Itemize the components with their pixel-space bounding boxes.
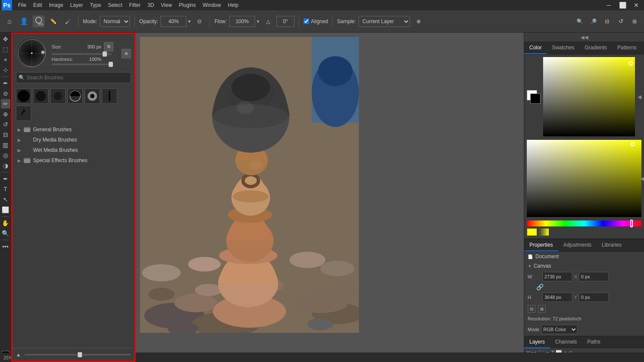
footer-triangle-up[interactable]: ▲ [16,352,21,358]
menu-3d[interactable]: 3D [144,1,157,9]
height-input[interactable] [542,293,572,302]
category-general[interactable]: ▶ General Brushes [16,124,131,135]
link-icon[interactable]: 🔗 [536,284,544,290]
right-expand-icon[interactable]: ◀ [640,175,644,182]
aligned-checkbox[interactable] [304,18,309,24]
libraries-tab[interactable]: Libraries [597,239,627,251]
alpha-bar[interactable] [539,228,549,236]
crop-tool[interactable]: ⊹ [1,65,10,75]
window-close[interactable]: ✕ [630,0,642,11]
opacity-input[interactable] [161,16,186,27]
menu-window[interactable]: Window [199,1,225,9]
layers-tab[interactable]: Layers [524,336,550,348]
home-button[interactable]: ⌂ [3,15,15,27]
color-gradient-picker[interactable]: ◀ [527,140,641,217]
menu-view[interactable]: View [158,1,176,9]
canvas-area[interactable] [136,33,524,362]
footer-slider[interactable] [24,354,131,356]
brush-preset-2[interactable] [33,88,49,104]
pressure-opacity-button[interactable]: ⊙ [193,15,205,27]
category-dry[interactable]: ▶ Dry Media Brushes [16,135,131,145]
brush-preset-3[interactable] [50,88,66,104]
gradients-tab[interactable]: Gradients [580,42,612,54]
pen-tool[interactable]: ✒ [1,174,10,184]
menu-layer[interactable]: Layer [67,1,86,9]
menu-help[interactable]: Help [225,1,242,9]
arrange-button[interactable]: ⊟ [601,15,613,27]
canvas-title-row[interactable]: ▼ Canvas [524,261,644,271]
shape-tool[interactable]: ⬜ [1,205,10,214]
width-input[interactable] [542,272,572,281]
brush-options-button[interactable]: 🖌️ [62,15,74,27]
hand-tool[interactable]: ✋ [1,218,10,228]
lasso-tool[interactable]: ⌖ [1,55,10,64]
window-maximize[interactable]: ⬜ [617,0,629,11]
hue-bar[interactable] [527,220,641,226]
account-button[interactable]: 👤 [18,15,30,27]
window-minimize[interactable]: ─ [603,0,615,11]
flow-arrow-icon[interactable]: ▾ [257,18,259,24]
menu-edit[interactable]: Edit [30,1,46,9]
menu-file[interactable]: File [15,1,30,9]
channels-tab[interactable]: Channels [550,336,582,348]
blur-tool[interactable]: ◎ [1,151,10,160]
brush-preset-6[interactable] [102,88,117,104]
zoom-button[interactable]: 🔎 [587,15,599,27]
dodge-tool[interactable]: ◑ [1,161,10,170]
eraser-tool[interactable]: ⊟ [1,130,10,139]
spot-heal-tool[interactable]: ⊘ [1,89,10,98]
mode-prop-select[interactable]: RGB Color CMYK Color Grayscale [541,325,577,334]
canvas-btn-2[interactable]: ⊞ [538,305,546,313]
menu-type[interactable]: Type [86,1,104,9]
history-brush-tool[interactable]: ↺ [1,120,10,129]
opacity-arrow-icon[interactable]: ▾ [188,18,191,24]
panel-collapse-btn[interactable]: ◀◀ [524,33,644,42]
brush-tool[interactable]: ✏ [1,99,10,109]
x-input[interactable] [579,272,609,281]
sample-select[interactable]: Current Layer All Layers Current & Below [358,16,410,27]
color-expand-icon[interactable]: ◀ [638,94,641,100]
heal-brush-button[interactable]: 300 [33,15,45,27]
move-tool[interactable]: ✥ [1,34,10,44]
background-swatch[interactable] [530,94,541,104]
brush-preset-4[interactable] [67,88,83,104]
zoom-tool[interactable]: 🔍 [1,229,10,238]
menu-select[interactable]: Select [104,1,125,9]
brush-tool-button[interactable]: ✏️ [47,15,59,27]
y-input[interactable] [579,293,609,302]
rotate-button[interactable]: ↺ [615,15,627,27]
category-wet[interactable]: ▶ Wet Media Brushes [16,145,131,155]
brush-panel-expand[interactable]: ⊕ [122,49,131,58]
menu-plugins[interactable]: Plugins [176,1,199,9]
text-tool[interactable]: T [1,184,10,194]
brush-preset-7[interactable] [16,106,31,121]
angle-input[interactable] [276,16,295,27]
eyedropper-tool[interactable]: ✒ [1,78,10,88]
sample-options-button[interactable]: ⊕ [413,15,425,27]
path-select-tool[interactable]: ↖ [1,195,10,204]
properties-tab[interactable]: Properties [524,239,558,251]
menu-image[interactable]: Image [46,1,67,9]
canvas-btn-1[interactable]: ⊟ [528,305,535,313]
brush-settings-gear[interactable]: ⚙ [104,42,113,51]
hardness-slider[interactable] [52,63,112,65]
swatches-tab[interactable]: Swatches [547,42,580,54]
mode-select[interactable]: Normal Multiply Screen [100,16,130,27]
color-tab[interactable]: Color [524,42,547,54]
selection-tool[interactable]: ⬚ [1,45,10,54]
clone-stamp-tool[interactable]: ⊕ [1,109,10,119]
category-special[interactable]: ▶ Special Effects Brushes [16,155,131,166]
gradient-tool[interactable]: ▥ [1,140,10,150]
expand-view-button[interactable]: ⊞ [629,15,641,27]
brush-preset-5[interactable] [85,88,100,104]
brush-preset-1[interactable] [16,88,31,104]
dots-tool[interactable]: ••• [1,242,10,251]
active-color-swatch[interactable] [527,228,537,236]
flow-input[interactable] [229,16,255,27]
color-spectrum[interactable] [543,57,635,136]
patterns-tab[interactable]: Patterns [612,42,642,54]
menu-filter[interactable]: Filter [126,1,144,9]
airbrush-button[interactable]: △ [262,15,274,27]
adjustments-tab[interactable]: Adjustments [558,239,597,251]
search-button[interactable]: 🔍 [574,15,586,27]
